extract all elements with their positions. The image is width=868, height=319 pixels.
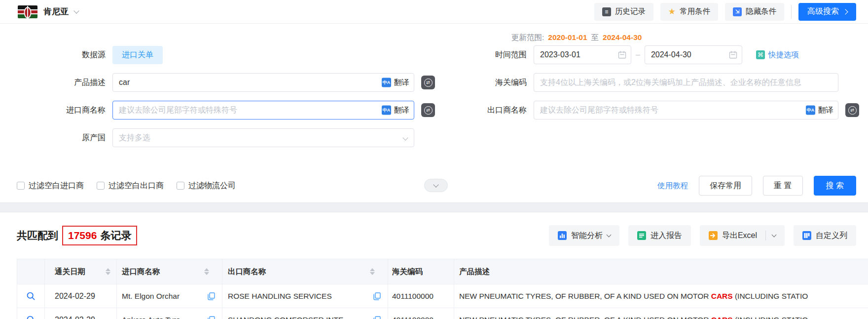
desc-text: (INCLUDING STATIO (733, 316, 808, 319)
form-action-buttons: 使用教程 保存常用 重 置 搜 索 (657, 176, 856, 196)
advanced-search-button[interactable]: 高级搜索 (798, 3, 856, 21)
date-to-input[interactable] (645, 45, 742, 64)
filter-blank-exporter-checkbox[interactable]: 过滤空白出口商 (97, 181, 164, 191)
export-excel-button[interactable]: 导出Excel (700, 225, 785, 246)
cell-hs-code: 4011100000 (392, 316, 434, 319)
origin-select[interactable] (112, 128, 414, 147)
sort-icon[interactable] (204, 268, 209, 275)
tutorial-link[interactable]: 使用教程 (657, 181, 688, 191)
desc-highlight: CARS (711, 292, 733, 300)
hide-conditions-button[interactable]: ⇲ 隐藏条件 (725, 3, 784, 21)
filters-row: 过滤空白进口商 过滤空白出口商 过滤物流公司 使用教程 保存常用 重 置 搜 索 (0, 176, 868, 196)
cell-exporter: SHANDONG COMFORSER INTE (228, 316, 343, 319)
row-detail-cell (17, 308, 45, 319)
search-button[interactable]: 搜 索 (814, 176, 856, 196)
hide-label: 隐藏条件 (746, 6, 776, 17)
chevron-right-icon (842, 9, 848, 14)
header-cell-exporter[interactable]: 出口商名称 (222, 259, 388, 284)
filter-blank-importer-checkbox[interactable]: 过滤空白进口商 (17, 181, 84, 191)
data-source-label: 数据源 (0, 50, 112, 60)
product-translate-button[interactable]: 中A 翻译 (382, 78, 409, 88)
product-desc-row: 产品描述 中A 翻译 ⇄ (0, 73, 435, 92)
copy-exporter-button[interactable] (373, 292, 381, 300)
desc-text: NEW PNEUMATIC TYRES, OF RUBBER, OF A KIN… (459, 292, 711, 300)
export-label: 导出Excel (722, 231, 757, 241)
cell-product-desc: NEW PNEUMATIC TYRES, OF RUBBER, OF A KIN… (459, 292, 808, 301)
importer-input[interactable] (112, 101, 414, 120)
swap-search-icon: ⇄ (848, 106, 857, 115)
filter-logistics-checkbox[interactable]: 过滤物流公司 (177, 181, 236, 191)
results-actions: 智能分析 进入报告 导 (549, 225, 856, 246)
hs-code-label: 海关编码 (435, 78, 534, 88)
header-cell-date[interactable]: 通关日期 (45, 259, 117, 284)
calendar-icon (618, 51, 626, 59)
view-detail-button[interactable] (26, 315, 36, 319)
date-from-input[interactable] (534, 45, 631, 64)
translate-icon: 中A (382, 106, 391, 115)
translate-label: 翻译 (394, 78, 409, 88)
hs-code-input[interactable] (534, 73, 838, 92)
results-table: 通关日期 进口商名称 出口商名称 海关编码 产品描述 (17, 259, 868, 319)
copy-importer-button[interactable] (208, 316, 215, 319)
collapse-form-button[interactable] (424, 179, 448, 192)
importer-swap-search-button[interactable]: ⇄ (421, 103, 435, 117)
history-button[interactable]: ≡ 历史记录 (594, 3, 653, 21)
checkbox[interactable] (97, 182, 105, 190)
copy-importer-button[interactable] (208, 292, 215, 300)
copy-exporter-button[interactable] (373, 316, 381, 319)
cell-date: 2024-02-29 (55, 292, 95, 301)
enter-report-button[interactable]: 进入报告 (628, 225, 691, 246)
save-conditions-button[interactable]: 保存常用 (699, 176, 752, 196)
header-hs-label: 海关编码 (392, 267, 423, 277)
quick-options-button[interactable]: ⌘ 快捷选项 (756, 50, 799, 60)
export-icon (709, 231, 718, 240)
view-detail-button[interactable] (26, 291, 36, 301)
matched-count-box: 17596 条记录 (62, 226, 137, 245)
sort-icon[interactable] (106, 268, 110, 275)
favorite-conditions-button[interactable]: ★ 常用条件 (660, 3, 718, 21)
report-icon (637, 231, 646, 240)
chevron-down-icon (73, 8, 79, 13)
customize-columns-button[interactable]: 自定义列 (794, 225, 856, 246)
country-selector[interactable]: 肯尼亚 (18, 5, 78, 18)
exporter-swap-search-button[interactable]: ⇄ (845, 103, 859, 117)
divider (765, 231, 766, 240)
report-label: 进入报告 (651, 231, 682, 241)
smart-analysis-button[interactable]: 智能分析 (549, 225, 619, 246)
search-icon (26, 291, 36, 301)
update-range-label: 更新范围: (511, 33, 544, 43)
cell-hs-code: 4011100000 (392, 292, 434, 301)
exporter-input[interactable] (534, 101, 838, 120)
product-desc-label: 产品描述 (0, 78, 112, 88)
sort-icon[interactable] (370, 268, 375, 275)
collapse-icon: ⇲ (733, 7, 742, 16)
cell-importer: Ankara Auto Tyre (122, 316, 181, 319)
hs-code-row: 海关编码 (435, 73, 868, 92)
exporter-translate-button[interactable]: 中A 翻译 (806, 105, 833, 116)
calendar-icon (729, 51, 737, 59)
reset-button[interactable]: 重 置 (763, 176, 802, 196)
divider (791, 5, 792, 19)
analysis-icon (558, 231, 567, 240)
header-cell-product-desc: 产品描述 (454, 259, 868, 284)
checkbox[interactable] (177, 182, 184, 190)
history-icon: ≡ (602, 7, 611, 16)
chevron-down-icon[interactable] (772, 232, 777, 237)
row-detail-cell (17, 284, 45, 308)
desc-text: (INCLUDING STATIO (733, 292, 808, 300)
desc-text: NEW PNEUMATIC TYRES, OF RUBBER, OF A KIN… (459, 316, 711, 319)
importer-inputbox: 中A 翻译 (112, 101, 414, 120)
time-range-row: 时间范围 – (435, 45, 868, 64)
topbar: 肯尼亚 ≡ 历史记录 ★ 常用条件 ⇲ 隐藏条件 高级搜索 (0, 0, 868, 24)
product-desc-input[interactable] (112, 73, 414, 92)
header-cell-importer[interactable]: 进口商名称 (117, 259, 222, 284)
data-source-tag[interactable]: 进口关单 (112, 46, 163, 64)
section-divider (0, 202, 868, 212)
customize-label: 自定义列 (816, 231, 847, 241)
form-left-column: 数据源 进口关单 产品描述 中A 翻译 ⇄ (0, 30, 435, 156)
checkbox[interactable] (17, 182, 25, 190)
product-swap-search-button[interactable]: ⇄ (421, 76, 435, 89)
analysis-label: 智能分析 (571, 231, 603, 241)
importer-translate-button[interactable]: 中A 翻译 (382, 105, 409, 116)
matched-suffix: 条记录 (100, 229, 131, 242)
